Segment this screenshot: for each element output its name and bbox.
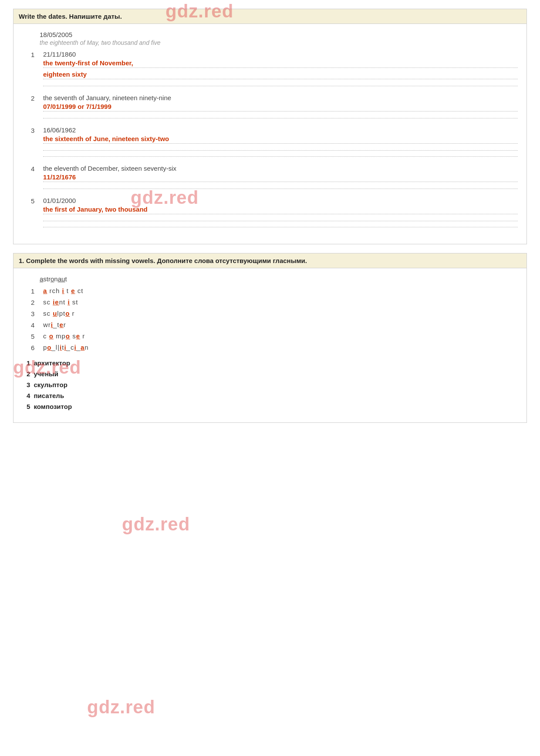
item-question-2: the seventh of January, nineteen ninety-… <box>43 94 518 101</box>
item-answer-2: 07/01/1999 or 7/1/1999 <box>43 103 518 111</box>
section2-body: astronaut 1 a rch i t e ct 2 sc ient i s… <box>13 268 527 423</box>
vocab-word-4: wri_ter <box>43 321 66 328</box>
vocab-number-3: 3 <box>31 310 43 317</box>
dotted-line-2 <box>43 114 518 118</box>
translation-5: 5 композитор <box>27 403 518 410</box>
example-block: 18/05/2005 the eighteenth of May, two th… <box>22 31 518 46</box>
vowel: e <box>71 287 75 294</box>
vowel: o <box>66 332 70 340</box>
item-number-5: 5 <box>31 197 43 205</box>
vocab-number-5: 5 <box>31 332 43 340</box>
item-content-4: the eleventh of December, sixteen sevent… <box>43 165 518 191</box>
vowel: e <box>60 321 64 328</box>
dotted-line-1 <box>43 82 518 86</box>
item-question-4: the eleventh of December, sixteen sevent… <box>43 165 518 172</box>
vocab-item-3: 3 sc ulpto r <box>22 310 518 317</box>
vocab-number-2: 2 <box>31 298 43 306</box>
item-content-5: 01/01/2000 the first of January, two tho… <box>43 197 518 229</box>
vowel: i <box>68 298 70 306</box>
vocab-number-4: 4 <box>31 321 43 329</box>
date-item-2: 2 the seventh of January, nineteen ninet… <box>22 94 518 120</box>
vocab-item-1: 1 a rch i t e ct <box>22 287 518 295</box>
dotted-line-3b <box>43 152 518 157</box>
vocab-item-4: 4 wri_ter <box>22 321 518 329</box>
translation-4: 4 писатель <box>27 392 518 399</box>
dotted-line-5b <box>43 223 518 227</box>
item-question-1: 21/11/1860 <box>43 51 518 58</box>
date-item-4: 4 the eleventh of December, sixteen seve… <box>22 165 518 191</box>
vowel: o <box>49 332 54 340</box>
section1-header: Write the dates. Напишите даты. <box>13 9 527 24</box>
vowel: a <box>43 287 47 294</box>
vocab-word-1: a rch i t e ct <box>43 287 83 294</box>
vowel: o <box>47 344 51 351</box>
vowel: e <box>55 298 59 306</box>
dotted-line-3 <box>43 146 518 151</box>
item-answer-1b: eighteen sixty <box>43 71 518 79</box>
watermark-5: gdz.red <box>87 697 155 718</box>
vowel: u <box>53 310 57 317</box>
vocab-word-5: c o mpo se r <box>43 332 85 340</box>
page-wrapper: Write the dates. Напишите даты. 18/05/20… <box>0 0 540 432</box>
dotted-line-4 <box>43 185 518 189</box>
section1-body: 18/05/2005 the eighteenth of May, two th… <box>13 24 527 244</box>
item-number-3: 3 <box>31 126 43 134</box>
item-question-3: 16/06/1962 <box>43 126 518 134</box>
item-number-4: 4 <box>31 165 43 172</box>
watermark-4: gdz.red <box>122 514 190 535</box>
item-number-1: 1 <box>31 51 43 58</box>
vocab-word-6: po_l|iti_ci_an <box>43 344 89 351</box>
vocab-number-6: 6 <box>31 344 43 351</box>
translations: 1 архитектор 2 ученый 3 скульптор 4 писа… <box>22 359 518 410</box>
item-answer-3: the sixteenth of June, nineteen sixty-tw… <box>43 135 518 144</box>
vocab-item-6: 6 po_l|iti_ci_an <box>22 344 518 351</box>
vowel: o <box>65 310 70 317</box>
date-item-3: 3 16/06/1962 the sixteenth of June, nine… <box>22 126 518 159</box>
item-answer-4: 11/12/1676 <box>43 173 518 182</box>
item-question-5: 01/01/2000 <box>43 197 518 204</box>
translation-2: 2 ученый <box>27 370 518 378</box>
vocab-number-1: 1 <box>31 287 43 295</box>
vocab-item-2: 2 sc ient i st <box>22 298 518 306</box>
vowel: i <box>51 321 53 328</box>
vocab-example: astronaut <box>22 275 518 283</box>
date-item-5: 5 01/01/2000 the first of January, two t… <box>22 197 518 229</box>
item-content-3: 16/06/1962 the sixteenth of June, ninete… <box>43 126 518 159</box>
vocab-word-2: sc ient i st <box>43 298 78 306</box>
item-number-2: 2 <box>31 94 43 102</box>
vowel: i <box>60 344 62 351</box>
vocab-word-3: sc ulpto r <box>43 310 75 317</box>
vocab-item-5: 5 c o mpo se r <box>22 332 518 340</box>
vowel: e <box>76 332 80 340</box>
section1-header-text: Write the dates. Напишите даты. <box>19 13 122 20</box>
date-item-1: 1 21/11/1860 the twenty-first of Novembe… <box>22 51 518 88</box>
translation-3: 3 скульптор <box>27 381 518 388</box>
item-answer-1a: the twenty-first of November, <box>43 59 518 68</box>
item-content-2: the seventh of January, nineteen ninety-… <box>43 94 518 120</box>
translation-1: 1 архитектор <box>27 359 518 367</box>
vowel: i <box>64 344 66 351</box>
vocab-example-word: astronaut <box>40 275 67 283</box>
item-answer-5: the first of January, two thousand <box>43 206 518 214</box>
example-text: the eighteenth of May, two thousand and … <box>40 39 518 46</box>
item-content-1: 21/11/1860 the twenty-first of November,… <box>43 51 518 88</box>
section2-header-text: 1. Complete the words with missing vowel… <box>19 257 307 264</box>
dotted-line-5 <box>43 217 518 221</box>
vowel: i <box>74 344 76 351</box>
vowel: i <box>62 287 64 294</box>
example-date: 18/05/2005 <box>40 31 518 38</box>
section2-header: 1. Complete the words with missing vowel… <box>13 253 527 268</box>
vowel: a <box>81 344 84 351</box>
